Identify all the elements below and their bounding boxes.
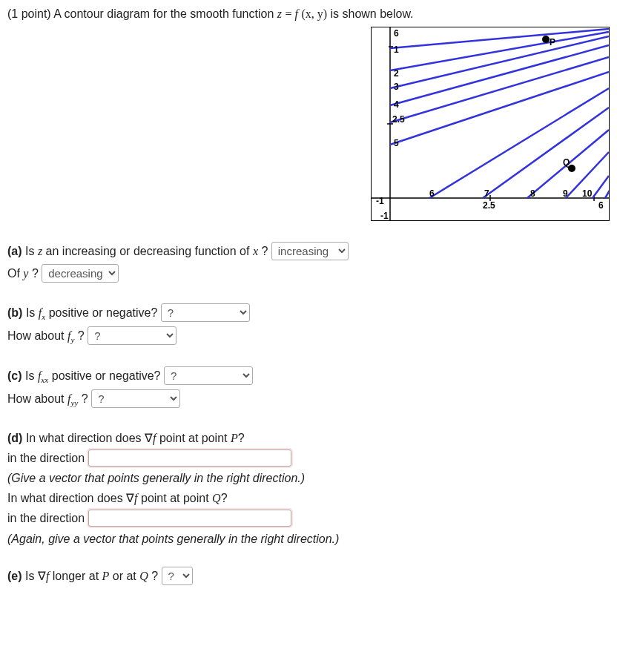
svg-text:8: 8	[530, 188, 535, 199]
c-qmark: ?	[82, 392, 91, 405]
eq-equals: =	[285, 7, 294, 20]
c-text1: Is	[25, 369, 38, 382]
svg-text:Q: Q	[563, 157, 570, 168]
d-Q: Q	[212, 492, 221, 504]
svg-text:2: 2	[394, 68, 399, 79]
part-d: (d) In what direction does ∇f point at p…	[7, 428, 610, 549]
d-f1: f	[153, 432, 156, 444]
svg-text:-1: -1	[376, 196, 384, 206]
d-text2: point at point	[159, 432, 231, 444]
d-dir2: in the direction	[7, 512, 88, 524]
e-text2: longer at	[53, 570, 102, 582]
svg-text:6: 6	[394, 28, 399, 39]
a-text3: Of	[7, 267, 23, 280]
d-nabla1: ∇	[145, 432, 153, 444]
e-select[interactable]: ? P Q	[162, 567, 193, 585]
svg-text:-1: -1	[380, 211, 389, 220]
svg-text:4: 4	[394, 99, 399, 110]
svg-text:7: 7	[484, 188, 489, 199]
question-header: (1 point) A contour diagram for the smoo…	[7, 7, 610, 21]
b-text2: positive or negative?	[49, 306, 161, 319]
a-select-x[interactable]: ? increasing decreasing	[271, 242, 349, 260]
svg-text:9: 9	[563, 188, 568, 199]
svg-text:3: 3	[394, 82, 399, 92]
svg-text:P: P	[550, 37, 555, 47]
d-text2b: point at point	[141, 492, 212, 504]
part-e-label: (e)	[7, 570, 22, 582]
part-b: (b) Is fx positive or negative? ? positi…	[7, 302, 610, 349]
d-nabla2: ∇	[126, 492, 134, 504]
b-select-fy[interactable]: ? positive negative	[88, 326, 176, 345]
d-input-Q[interactable]	[88, 510, 291, 527]
a-x: x	[253, 245, 258, 257]
a-qmark2: ?	[32, 267, 42, 280]
c-fyy: fyy	[67, 392, 78, 405]
part-e: (e) Is ∇f longer at P or at Q ? ? P Q	[7, 565, 610, 587]
part-d-label: (d)	[7, 432, 22, 444]
svg-text:1: 1	[394, 45, 399, 55]
a-qmark: ?	[261, 245, 271, 257]
b-text1: Is	[26, 306, 39, 319]
a-z: z	[38, 245, 42, 257]
part-a-label: (a)	[7, 245, 22, 257]
points-prefix: (1 point) A contour diagram for the smoo…	[7, 7, 277, 20]
svg-line-9	[390, 45, 609, 105]
part-b-label: (b)	[7, 306, 22, 319]
eq-f: f	[294, 7, 297, 20]
c-select-fyy[interactable]: ? positive negative	[91, 389, 180, 408]
d-P: P	[231, 432, 238, 444]
b-select-fx[interactable]: ? positive negative	[161, 303, 250, 322]
b-fy: fy	[67, 329, 74, 342]
part-c-label: (c)	[7, 369, 22, 382]
a-select-y[interactable]: ? increasing decreasing	[42, 264, 119, 283]
svg-text:2.5: 2.5	[483, 200, 495, 211]
svg-text:2.5: 2.5	[392, 114, 405, 125]
b-qmark: ?	[78, 329, 88, 342]
e-f: f	[46, 570, 49, 582]
contour-diagram: 6 1 2 3 4 2.5 5 -1 6 7 2.5 8 9 10 6 -1 P…	[371, 27, 610, 221]
part-a: (a) Is z an increasing or decreasing fun…	[7, 240, 610, 286]
d-hint1: (Give a vector that points generally in …	[7, 472, 305, 484]
svg-line-17	[605, 189, 609, 198]
c-fxx: fxx	[38, 369, 48, 382]
e-P: P	[102, 570, 110, 582]
e-text3: or at	[113, 570, 139, 582]
b-fx: fx	[39, 306, 45, 319]
header-tail: is shown below.	[331, 7, 414, 20]
b-text3: How about	[7, 329, 67, 342]
d-hint2: (Again, give a vector that points genera…	[7, 533, 339, 545]
d-q1: ?	[238, 432, 245, 444]
svg-text:6: 6	[429, 188, 435, 199]
d-text3: In what direction does	[7, 492, 126, 504]
svg-line-10	[390, 57, 609, 122]
d-dir1: in the direction	[7, 452, 88, 464]
d-q2: ?	[221, 492, 228, 504]
svg-point-18	[542, 36, 550, 43]
d-input-P[interactable]	[88, 449, 291, 467]
e-text1: Is	[25, 570, 38, 582]
e-q: ?	[151, 570, 161, 582]
d-f2: f	[134, 492, 137, 504]
svg-line-8	[390, 36, 609, 88]
eq-args: (x, y)	[301, 7, 327, 20]
part-c: (c) Is fxx positive or negative? ? posit…	[7, 365, 610, 412]
eq-z: z	[277, 7, 282, 20]
a-text1: Is	[25, 245, 38, 257]
c-text2: positive or negative?	[52, 369, 164, 382]
c-select-fxx[interactable]: ? positive negative	[164, 366, 253, 385]
e-Q: Q	[139, 570, 148, 582]
svg-text:10: 10	[582, 188, 593, 199]
d-text1: In what direction does	[26, 432, 145, 444]
a-y: y	[23, 267, 28, 280]
a-text2: an increasing or decreasing function of	[46, 245, 253, 257]
svg-text:6: 6	[598, 200, 604, 211]
e-nabla: ∇	[38, 570, 46, 582]
c-text3: How about	[7, 392, 67, 405]
svg-text:5: 5	[394, 138, 399, 148]
